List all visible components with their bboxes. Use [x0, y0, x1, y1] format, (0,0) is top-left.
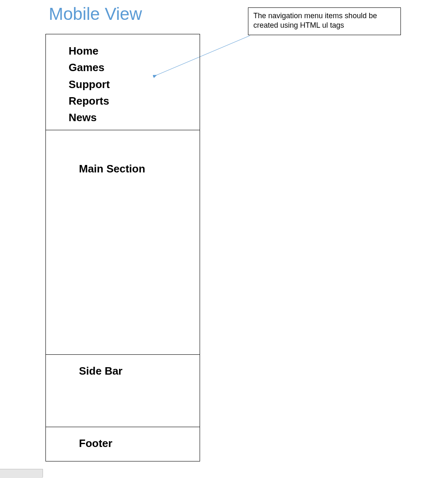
- annotation-note: The navigation menu items should be crea…: [248, 7, 401, 35]
- page-title: Mobile View: [49, 4, 142, 24]
- nav-item-support[interactable]: Support: [69, 76, 200, 93]
- main-section-label: Main Section: [79, 163, 145, 175]
- sidebar-section: Side Bar: [46, 355, 200, 427]
- sidebar-label: Side Bar: [79, 365, 123, 377]
- nav-list: Home Games Support Reports News: [69, 43, 200, 126]
- nav-section: Home Games Support Reports News: [46, 34, 200, 130]
- footer-section: Footer: [46, 427, 200, 461]
- nav-item-home[interactable]: Home: [69, 43, 200, 59]
- main-section: Main Section: [46, 130, 200, 355]
- footer-label: Footer: [79, 437, 112, 449]
- nav-item-reports[interactable]: Reports: [69, 93, 200, 109]
- nav-item-games[interactable]: Games: [69, 59, 200, 76]
- nav-item-news[interactable]: News: [69, 109, 200, 126]
- sheet-tab: [0, 469, 43, 478]
- mobile-wireframe: Home Games Support Reports News Main Sec…: [45, 34, 200, 461]
